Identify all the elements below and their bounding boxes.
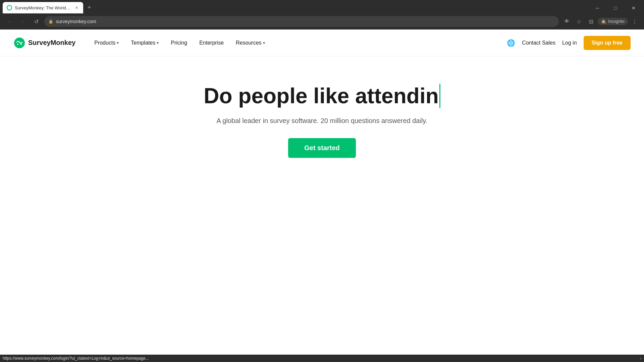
status-right: ›	[640, 356, 641, 361]
hero-section: Do people like attendin A global leader …	[0, 56, 644, 185]
lock-icon: 🔒	[48, 19, 53, 24]
nav-label-products: Products	[94, 40, 115, 46]
nav-item-enterprise[interactable]: Enterprise	[194, 37, 229, 49]
forward-button[interactable]: →	[17, 16, 28, 27]
incognito-icon: 🕵	[601, 19, 606, 24]
svg-point-0	[17, 44, 18, 45]
tab-title: SurveyMonkey: The World's M...	[15, 5, 71, 10]
sidebar-button[interactable]: ⊟	[586, 16, 596, 27]
incognito-indicator: 🕵 Incognito	[598, 18, 628, 25]
hero-subtitle: A global leader in survey software. 20 m…	[217, 117, 428, 125]
svg-point-1	[20, 44, 22, 45]
active-tab[interactable]: SurveyMonkey: The World's M... ✕	[3, 2, 83, 13]
nav-label-templates: Templates	[131, 40, 155, 46]
bookmark-button[interactable]: ☆	[574, 16, 584, 27]
browser-addressbar: ← → ↺ 🔒 surveymonkey.com 👁 ☆ ⊟ 🕵 Incogni…	[0, 13, 644, 29]
nav-label-enterprise: Enterprise	[199, 40, 224, 46]
back-button[interactable]: ←	[4, 16, 15, 27]
logo-icon	[13, 37, 25, 49]
address-text: surveymonkey.com	[56, 19, 555, 24]
incognito-label: Incognito	[608, 19, 625, 24]
refresh-button[interactable]: ↺	[31, 16, 42, 27]
chevron-down-icon: ▾	[117, 41, 119, 45]
get-started-button[interactable]: Get started	[288, 138, 356, 158]
window-controls: ─ □ ✕	[590, 3, 641, 13]
more-button[interactable]: ⋮	[629, 16, 640, 27]
website-content: SurveyMonkey Products ▾ Templates ▾ Pric…	[0, 29, 644, 349]
login-link[interactable]: Log in	[562, 40, 577, 46]
logo-text: SurveyMonkey	[28, 39, 75, 47]
header-actions: 🌐 Contact Sales Log in Sign up free	[507, 36, 631, 50]
contact-sales-link[interactable]: Contact Sales	[522, 40, 555, 46]
minimize-button[interactable]: ─	[590, 3, 605, 13]
nav-item-templates[interactable]: Templates ▾	[125, 37, 164, 49]
status-url: https://www.surveymonkey.com/login/?ut_c…	[3, 356, 149, 361]
nav-item-pricing[interactable]: Pricing	[165, 37, 193, 49]
browser-chrome: SurveyMonkey: The World's M... ✕ + ─ □ ✕…	[0, 0, 644, 29]
signup-button[interactable]: Sign up free	[584, 36, 631, 50]
logo-link[interactable]: SurveyMonkey	[13, 37, 75, 49]
chevron-down-icon-3: ▾	[263, 41, 265, 45]
maximize-button[interactable]: □	[608, 3, 623, 13]
text-cursor	[439, 84, 440, 108]
nav-item-products[interactable]: Products ▾	[89, 37, 124, 49]
browser-tab-bar: SurveyMonkey: The World's M... ✕ + ─ □ ✕	[0, 0, 644, 13]
nav-label-resources: Resources	[236, 40, 261, 46]
hero-title-text: Do people like attendin	[204, 83, 439, 109]
tab-close-button[interactable]: ✕	[74, 5, 79, 10]
address-bar[interactable]: 🔒 surveymonkey.com	[44, 16, 559, 27]
close-button[interactable]: ✕	[626, 3, 641, 13]
tab-favicon	[7, 5, 12, 10]
site-nav: Products ▾ Templates ▾ Pricing Enterpris…	[89, 37, 507, 49]
hide-button[interactable]: 👁	[561, 16, 572, 27]
globe-icon[interactable]: 🌐	[507, 39, 515, 47]
site-header: SurveyMonkey Products ▾ Templates ▾ Pric…	[0, 29, 644, 56]
hero-title: Do people like attendin	[204, 83, 440, 109]
status-bar: https://www.surveymonkey.com/login/?ut_c…	[0, 355, 644, 362]
nav-label-pricing: Pricing	[171, 40, 187, 46]
new-tab-button[interactable]: +	[85, 3, 94, 12]
chevron-down-icon-2: ▾	[157, 41, 159, 45]
status-expand-icon[interactable]: ›	[640, 356, 641, 361]
nav-item-resources[interactable]: Resources ▾	[230, 37, 270, 49]
browser-action-buttons: 👁 ☆ ⊟ 🕵 Incognito ⋮	[561, 16, 640, 27]
